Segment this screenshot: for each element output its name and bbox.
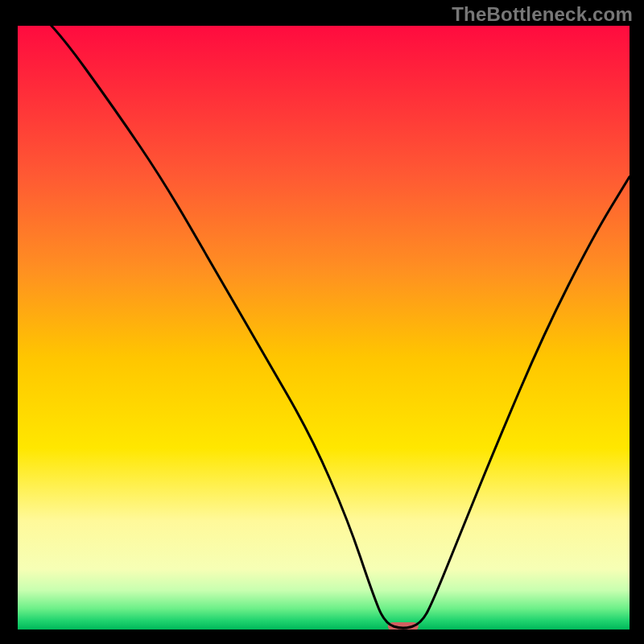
gradient-background: [18, 26, 630, 630]
chart-svg: [0, 0, 644, 644]
watermark-label: TheBottleneck.com: [452, 3, 633, 26]
bottleneck-chart: TheBottleneck.com: [0, 0, 644, 644]
